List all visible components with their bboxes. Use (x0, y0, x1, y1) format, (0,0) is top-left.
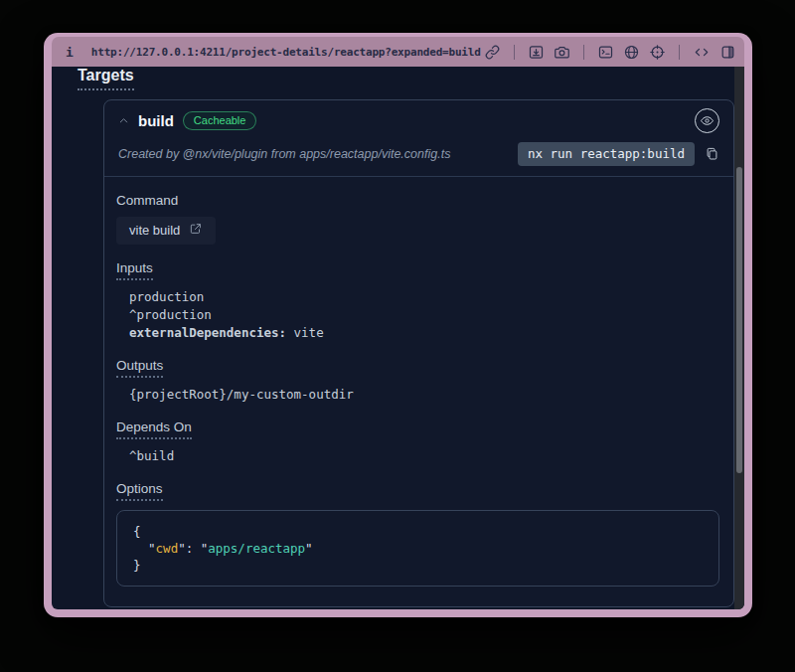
output-item: {projectRoot}/my-custom-outdir (129, 386, 719, 404)
info-icon: i (66, 45, 74, 60)
depends-on-label: Depends On (116, 420, 192, 439)
json-key: cwd (156, 541, 179, 556)
input-item: ^production (129, 306, 719, 324)
json-line: "cwd": "apps/reactapp" (133, 540, 703, 557)
run-command-chip: nx run reactapp:build (518, 142, 695, 166)
targets-heading: Targets (78, 67, 134, 90)
command-value: vite build (129, 223, 180, 238)
toolbar-divider (679, 45, 680, 60)
target-name: build (138, 112, 174, 129)
link-icon[interactable] (484, 44, 501, 61)
outputs-label: Outputs (116, 358, 163, 378)
toolbar-divider (583, 45, 584, 60)
page-content: Targets build Cacheable C (52, 67, 744, 609)
input-item: externalDependencies: vite (129, 324, 719, 342)
cacheable-badge: Cacheable (183, 111, 257, 130)
build-card-header: build Cacheable Created by @nx/vite/plug… (104, 100, 733, 176)
screenshot-save-icon[interactable] (528, 44, 545, 61)
globe-icon[interactable] (623, 44, 640, 61)
browser-window: i http://127.0.0.1:4211/project-details/… (44, 33, 752, 617)
build-card-body: Command vite build Inputs production ^pr… (104, 191, 733, 606)
json-line: { (133, 523, 703, 540)
url-text: http://127.0.0.1:4211/project-details/re… (91, 46, 481, 59)
json-string: apps/reactapp (208, 541, 305, 556)
inputs-list: production ^production externalDependenc… (116, 288, 719, 342)
browser-titlebar: i http://127.0.0.1:4211/project-details/… (52, 37, 744, 67)
terminal-icon[interactable] (597, 44, 614, 61)
command-label: Command (116, 193, 178, 208)
copy-icon[interactable] (705, 146, 719, 162)
input-item: production (129, 288, 719, 306)
inputs-label: Inputs (116, 260, 153, 280)
depends-on-item: ^build (129, 447, 719, 465)
titlebar-toolbar (484, 44, 736, 61)
crosshair-icon[interactable] (649, 44, 666, 61)
code-icon[interactable] (693, 44, 711, 61)
depends-on-list: ^build (116, 447, 719, 465)
header-divider (104, 176, 733, 177)
outputs-list: {projectRoot}/my-custom-outdir (116, 386, 719, 404)
external-link-icon[interactable] (189, 222, 203, 239)
created-by-text: Created by @nx/vite/plugin from apps/rea… (118, 147, 450, 161)
sidebar-icon[interactable] (719, 44, 736, 61)
command-value-chip[interactable]: vite build (116, 217, 216, 245)
scrollbar-track[interactable] (734, 67, 744, 609)
chevron-up-icon[interactable] (118, 115, 129, 126)
scrollbar-thumb[interactable] (736, 167, 742, 473)
json-line: } (133, 557, 703, 574)
options-label: Options (116, 481, 163, 501)
options-json-block: { "cwd": "apps/reactapp" } (116, 510, 719, 587)
toolbar-divider (514, 45, 515, 60)
camera-icon[interactable] (554, 44, 570, 61)
target-card-build: build Cacheable Created by @nx/vite/plug… (103, 99, 734, 607)
view-in-graph-button[interactable] (695, 108, 719, 133)
